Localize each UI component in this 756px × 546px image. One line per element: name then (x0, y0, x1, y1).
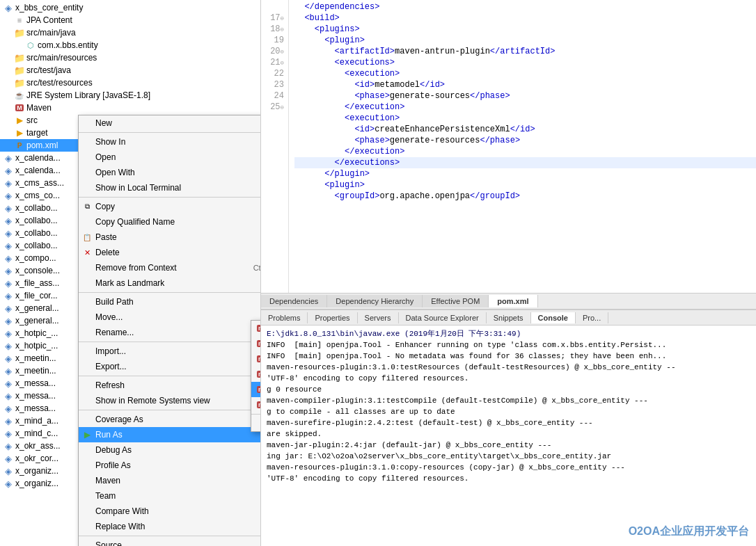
menu-item-show_in_local_terminal[interactable]: Show in Local Terminal▶ (79, 180, 261, 195)
left-panel: ◈x_bbs_core_entity≡JPA Content📁src/main/… (0, 0, 261, 546)
editor-tab-dependency_hierarchy[interactable]: Dependency Hierarchy (327, 295, 423, 307)
tree-item-src_test_resources[interactable]: 📁src/test/resources (0, 77, 260, 89)
submenu-item-4_maven_generate-sources[interactable]: m24 Maven generate-sources (251, 367, 261, 382)
line-number: 24 (261, 90, 284, 102)
menu-item-delete[interactable]: ✕DeleteDelete (79, 245, 261, 260)
menu-item-source[interactable]: Source▶ (79, 538, 261, 546)
code-line: <id>metamodel</id> (294, 79, 756, 90)
submenu-item-run_configurations...[interactable]: Run Configurations... (251, 416, 261, 431)
submenu-item-6_maven_test[interactable]: m26 Maven test (251, 397, 261, 412)
context-menu: New▶Show InAlt+Shift+W▶OpenF3Open With▶S… (78, 115, 261, 546)
menu-item-run_as[interactable]: ▶Run As▶ (79, 427, 261, 442)
tree-item-com_x_bbs_entity[interactable]: ⬡com.x.bbs.entity (0, 39, 260, 51)
menu-item-coverage_as[interactable]: Coverage As▶ (79, 412, 261, 427)
submenu-separator (251, 414, 261, 415)
code-line: <plugin> (294, 179, 756, 191)
menu-item-copy[interactable]: ⧉CopyCtrl+C (79, 199, 261, 214)
menu-separator (79, 376, 261, 376)
menu-separator (79, 410, 261, 410)
bottom-tab-servers[interactable]: Servers (358, 312, 399, 323)
console-path: E:\jdk1.8.0_131\bin\javaw.exe (2019年1月20… (267, 328, 750, 339)
line-number: 20⊖ (261, 46, 284, 57)
line-number (261, 135, 284, 146)
tree-item-maven[interactable]: MMaven (0, 102, 260, 114)
code-line: <execution> (294, 68, 756, 79)
line-numbers: 17⊖18⊖1920⊖21⊖22232425⊖ (261, 0, 289, 293)
tree-item-src_main_resources[interactable]: 📁src/main/resources (0, 51, 260, 64)
bottom-tab-properties[interactable]: Properties (308, 312, 357, 323)
menu-separator (79, 342, 261, 342)
code-line: <plugins> (294, 24, 756, 35)
console-line: 'UTF-8' encoding to copy filtered resour… (267, 373, 750, 384)
bottom-tab-data_source_explorer[interactable]: Data Source Explorer (399, 312, 487, 323)
menu-separator (79, 132, 261, 133)
editor-tab-dependencies[interactable]: Dependencies (261, 295, 327, 307)
right-panel: 17⊖18⊖1920⊖21⊖22232425⊖ </dependencies> … (261, 0, 756, 546)
line-number (261, 179, 284, 191)
line-number (261, 113, 284, 124)
menu-item-open_with[interactable]: Open With▶ (79, 165, 261, 180)
menu-item-move...[interactable]: Move... (79, 310, 261, 325)
menu-item-export...[interactable]: Export... (79, 359, 261, 374)
console-line: INFO [main] openjpa.Tool - Enhancer runn… (267, 339, 750, 351)
menu-item-replace_with[interactable]: Replace With▶ (79, 519, 261, 534)
line-number (261, 168, 284, 179)
submenu-item-5_maven_install[interactable]: m25 Maven install (251, 382, 261, 397)
menu-item-copy_qualified_name[interactable]: Copy Qualified Name (79, 214, 261, 230)
line-number (261, 191, 284, 202)
menu-item-mark_as_landmark[interactable]: Mark as LandmarkCtrl+Alt+Shift+Up (79, 275, 261, 291)
submenu-item-3_maven_clean[interactable]: m23 Maven clean (251, 351, 261, 367)
console-area: E:\jdk1.8.0_131\bin\javaw.exe (2019年1月20… (261, 326, 756, 546)
code-line: </dependencies> (294, 1, 756, 13)
menu-item-rename...[interactable]: Rename...F2 (79, 325, 261, 340)
console-line: maven-surefire-plugin:2.4.2:test (defaul… (267, 417, 750, 428)
tree-item-src_test_java[interactable]: 📁src/test/java (0, 64, 260, 77)
code-line: <build> (294, 13, 756, 24)
tree-item-src_main_java[interactable]: 📁src/main/java (0, 26, 260, 39)
code-line: <phase>generate-sources</phase> (294, 90, 756, 102)
tree-item-x_bbs_core_entity[interactable]: ◈x_bbs_core_entity (0, 1, 260, 14)
menu-item-show_in[interactable]: Show InAlt+Shift+W▶ (79, 134, 261, 150)
tree-item-jpa_content[interactable]: ≡JPA Content (0, 14, 260, 26)
menu-separator (79, 292, 261, 293)
run-as-submenu: m21 Maven buildAlt+Shift+X, Mm22 Maven b… (251, 320, 261, 432)
menu-item-build_path[interactable]: Build Path▶ (79, 294, 261, 310)
editor-tab-effective_pom[interactable]: Effective POM (423, 295, 489, 307)
bottom-tab-snippets[interactable]: Snippets (487, 312, 531, 323)
menu-item-open[interactable]: OpenF3 (79, 150, 261, 165)
tree-item-jre_system_library[interactable]: ☕JRE System Library [JavaSE-1.8] (0, 89, 260, 102)
menu-item-team[interactable]: Team▶ (79, 488, 261, 504)
menu-item-new[interactable]: New▶ (79, 115, 261, 131)
menu-item-show_in_remote_systems_view[interactable]: Show in Remote Systems view (79, 393, 261, 408)
code-line: <id>createEnhancePersistenceXml</id> (294, 124, 756, 135)
code-line: <execution> (294, 113, 756, 124)
console-line: maven-resources-plugin:3.1.0:testResourc… (267, 362, 750, 373)
menu-item-compare_with[interactable]: Compare With▶ (79, 504, 261, 519)
menu-separator (79, 197, 261, 198)
line-number: 21⊖ (261, 57, 284, 68)
menu-item-refresh[interactable]: RefreshF5 (79, 378, 261, 393)
code-content[interactable]: </dependencies> <build> <plugins> <plugi… (289, 0, 756, 293)
bottom-tab-problems[interactable]: Problems (261, 312, 308, 323)
menu-item-import...[interactable]: Import... (79, 344, 261, 359)
bottom-tab-console[interactable]: Console (531, 312, 576, 323)
console-line: maven-resources-plugin:3.1.0:copy-resour… (267, 462, 750, 473)
submenu-item-1_maven_build[interactable]: m21 Maven buildAlt+Shift+X, M (251, 321, 261, 336)
code-line: <phase>generate-resources</phase> (294, 135, 756, 146)
code-line: <artifactId>maven-antrun-plugin</artifac… (294, 46, 756, 57)
menu-item-remove_from_context[interactable]: Remove from ContextCtrl+Alt+Shift+Down (79, 260, 261, 275)
menu-item-paste[interactable]: 📋PasteCtrl+V (79, 230, 261, 245)
bottom-tab-bar: ProblemsPropertiesServersData Source Exp… (261, 310, 756, 326)
menu-item-profile_as[interactable]: Profile As▶ (79, 458, 261, 473)
menu-item-debug_as[interactable]: Debug As▶ (79, 442, 261, 458)
editor-tab-bar: DependenciesDependency HierarchyEffectiv… (261, 293, 756, 310)
line-number (261, 1, 284, 13)
console-line: ing jar: E:\O2\o2oa\o2server\x_bbs_core_… (267, 451, 750, 462)
submenu-item-2_maven_build...[interactable]: m22 Maven build... (251, 336, 261, 351)
line-number (261, 146, 284, 157)
bottom-tab-pro_[interactable]: Pro... (576, 312, 608, 323)
line-number: 25⊖ (261, 102, 284, 113)
menu-item-maven[interactable]: Maven▶ (79, 473, 261, 488)
editor-tab-pom.xml[interactable]: pom.xml (489, 295, 537, 307)
console-line: maven-jar-plugin:2.4:jar (default-jar) @… (267, 440, 750, 451)
